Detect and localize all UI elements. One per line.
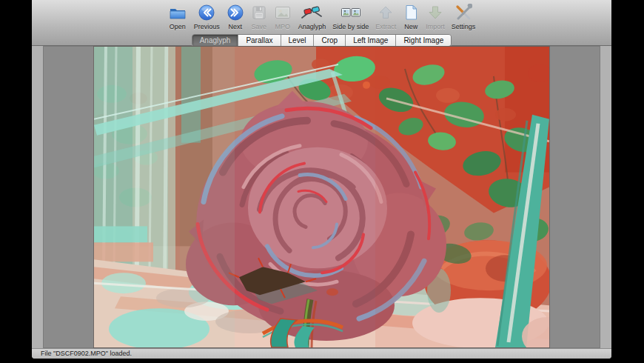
toolbar-button-next[interactable]: Next bbox=[227, 3, 244, 30]
toolbar-button-import[interactable]: Import bbox=[426, 3, 445, 30]
view-mode-tabbar: Anaglyph Parallax Level Crop Left Image … bbox=[32, 34, 611, 47]
toolbar-button-label: Extract bbox=[375, 23, 396, 30]
anaglyph-image-canvas[interactable] bbox=[94, 47, 549, 347]
toolbar-button-settings[interactable]: Settings bbox=[452, 3, 476, 30]
toolbar-button-label: Previous bbox=[194, 23, 220, 30]
toolbar-button-label: Side by side bbox=[332, 23, 369, 30]
toolbar-button-mpo[interactable]: MPO bbox=[274, 3, 292, 30]
app-window: Open Previous bbox=[32, 0, 611, 359]
toolbar-button-side-by-side[interactable]: Side by side bbox=[332, 3, 369, 30]
tab-level[interactable]: Level bbox=[281, 35, 315, 46]
toolbar-button-label: New bbox=[404, 23, 417, 30]
next-icon bbox=[227, 3, 244, 22]
mpo-image-icon bbox=[274, 3, 292, 22]
tab-right-image[interactable]: Right Image bbox=[396, 35, 451, 46]
anaglyph-glasses-icon bbox=[300, 3, 323, 22]
toolbar-button-label: MPO bbox=[275, 23, 290, 30]
toolbar-button-label: Anaglyph bbox=[298, 23, 326, 30]
toolbar-button-label: Open bbox=[170, 23, 186, 30]
toolbar-button-label: Import bbox=[426, 23, 445, 30]
side-by-side-icon bbox=[341, 3, 361, 22]
toolbar-buttons: Open Previous bbox=[32, 0, 611, 33]
save-floppy-icon bbox=[251, 3, 267, 22]
view-mode-segmented-control: Anaglyph Parallax Level Crop Left Image … bbox=[192, 34, 452, 47]
toolbar-button-label: Next bbox=[228, 23, 242, 30]
image-viewer-area bbox=[43, 46, 600, 348]
toolbar-button-save[interactable]: Save bbox=[251, 3, 267, 30]
extract-arrow-icon bbox=[377, 3, 395, 22]
desktop-background: Open Previous bbox=[0, 0, 644, 363]
new-document-icon bbox=[403, 3, 419, 22]
toolbar-button-new[interactable]: New bbox=[403, 3, 419, 30]
toolbar-button-label: Settings bbox=[452, 23, 476, 30]
open-folder-icon bbox=[168, 3, 187, 22]
toolbar-button-label: Save bbox=[251, 23, 266, 30]
settings-tools-icon bbox=[455, 3, 472, 22]
toolbar: Open Previous bbox=[32, 0, 611, 46]
tab-anaglyph[interactable]: Anaglyph bbox=[192, 35, 239, 46]
tab-crop[interactable]: Crop bbox=[314, 35, 346, 46]
import-arrow-icon bbox=[426, 3, 444, 22]
tab-left-image[interactable]: Left Image bbox=[346, 35, 396, 46]
toolbar-button-open[interactable]: Open bbox=[168, 3, 187, 30]
toolbar-button-previous[interactable]: Previous bbox=[194, 3, 220, 30]
status-text: File "DSCF0902.MPO" loaded. bbox=[41, 350, 132, 357]
toolbar-button-extract[interactable]: Extract bbox=[375, 3, 396, 30]
toolbar-button-anaglyph[interactable]: Anaglyph bbox=[298, 3, 326, 30]
tab-parallax[interactable]: Parallax bbox=[238, 35, 281, 46]
previous-icon bbox=[198, 3, 215, 22]
status-bar: File "DSCF0902.MPO" loaded. bbox=[32, 348, 611, 359]
